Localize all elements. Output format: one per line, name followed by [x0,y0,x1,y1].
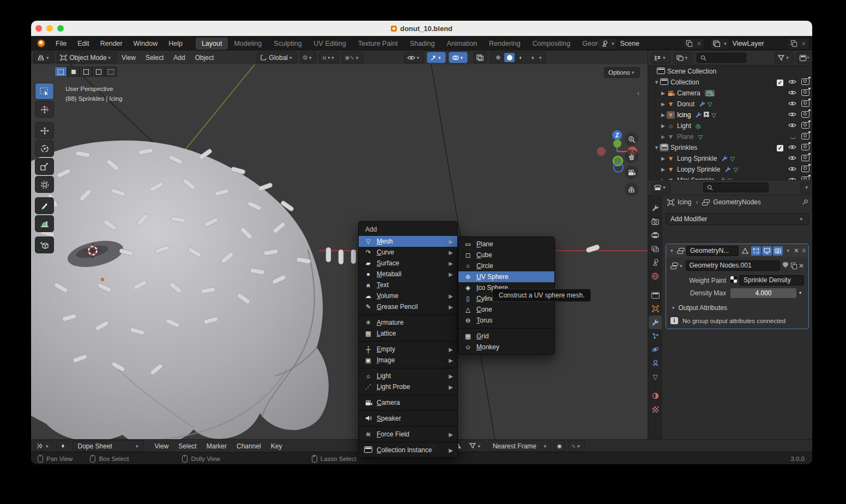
tab-sculpting[interactable]: Sculpting [268,38,307,50]
dope-mode-selector[interactable]: Dope Sheet ▾ [72,440,143,452]
overlays-toggle[interactable]: ▾ [449,52,468,63]
node-tree-name-field[interactable]: Geometry Nodes.001 [686,260,780,271]
add-menu-item-volume[interactable]: ☁Volume▶ [359,290,457,301]
select-mode-intersect-button[interactable] [105,66,117,77]
add-menu-item-empty[interactable]: ┼Empty▶ [359,344,457,355]
properties-tab-tool[interactable] [649,201,662,215]
collapse-panel-icon[interactable]: ▾ [669,248,675,253]
mode-selector[interactable]: Object Mode ▾ [57,52,117,63]
breadcrumb-modifier[interactable]: GeometryNodes [713,198,760,206]
outliner-row-icing[interactable]: ▶ ▼ Icing ▽ [648,110,812,120]
tool-scale-button[interactable] [35,158,54,175]
disable-render-icon[interactable] [801,133,809,141]
add-menu-item-surface[interactable]: ▰Surface▶ [359,258,457,269]
remove-view-layer-icon[interactable]: ✕ [799,40,809,47]
modifier-icon[interactable] [699,101,705,107]
proportional-edit-keyframes-toggle[interactable]: ◉ [554,440,565,452]
outliner-search-input[interactable] [697,53,746,63]
add-menu-item-camera[interactable]: Camera [359,397,457,408]
expand-arrow-icon[interactable]: ▶ [660,134,666,139]
menu-window[interactable]: Window [128,40,163,47]
expand-arrow-icon[interactable]: ▶ [660,123,666,129]
menu-help[interactable]: Help [163,40,188,47]
outliner-filter-button[interactable]: ▾ [775,52,794,64]
properties-tab-constraints[interactable] [649,356,662,370]
tab-uv-editing[interactable]: UV Editing [308,38,352,50]
drag-handle-icon[interactable]: ≡ [802,247,806,254]
shading-dropdown-icon[interactable]: ▾ [537,55,543,60]
tab-layout[interactable]: Layout [196,38,228,50]
tab-modeling[interactable]: Modeling [228,38,268,50]
mesh-data-icon[interactable]: ▽ [730,155,734,162]
show-in-viewport-toggle[interactable] [762,246,772,256]
select-mode-extend-button[interactable] [67,66,80,77]
dope-menu-view[interactable]: View [150,442,174,450]
collapse-arrow-icon[interactable]: ▼ [654,80,660,85]
falloff-curve-dropdown[interactable]: ∿▾ [568,440,585,452]
expand-arrow-icon[interactable]: ▶ [660,90,666,96]
tool-move-button[interactable] [35,122,54,139]
shading-solid-button[interactable] [504,53,515,62]
properties-tab-modifiers[interactable] [649,315,662,329]
properties-tab-output[interactable] [649,228,662,242]
outliner-row-donut[interactable]: ▶ ▼ Donut ▽ [648,99,812,110]
gizmos-toggle[interactable]: ▾ [427,52,446,63]
menu-file[interactable]: File [50,40,72,47]
light-data-icon[interactable]: ◎ [696,123,701,130]
add-menu-item-image[interactable]: ▣Image▶ [359,355,457,366]
disable-render-icon[interactable] [801,89,809,98]
fake-user-shield-icon[interactable] [783,262,788,270]
hide-eye-icon[interactable] [788,155,796,162]
show-in-render-toggle[interactable] [773,246,783,256]
disable-render-icon[interactable] [801,78,809,87]
object-visibility-dropdown[interactable]: ▾ [404,52,425,63]
show-in-edit-mode-toggle[interactable] [751,246,761,256]
properties-editor-type-button[interactable]: ▾ [651,182,670,193]
remove-modifier-icon[interactable]: ✕ [794,247,799,254]
menu-edit[interactable]: Edit [72,40,95,47]
mesh-menu-item-monkey[interactable]: ☺Monkey [458,342,554,353]
tool-add-cube-button[interactable] [35,236,54,253]
properties-tab-object-data[interactable]: ▽ [649,370,662,384]
add-modifier-dropdown[interactable]: Add Modifier ▾ [666,213,809,225]
unlink-node-tree-icon[interactable]: ✕ [799,262,804,270]
hide-eye-icon[interactable] [788,144,796,151]
duplicate-node-tree-icon[interactable] [791,262,796,270]
add-menu-item-armature[interactable]: ✳Armature [359,317,457,328]
add-menu-item-metaball[interactable]: ●Metaball▶ [359,269,457,280]
options-dropdown[interactable]: Options▾ [604,67,640,78]
disable-render-icon[interactable] [801,122,809,130]
disable-render-icon[interactable] [801,111,809,119]
tool-rotate-button[interactable] [35,140,54,157]
camera-data-icon[interactable] [705,90,715,96]
add-menu-item-lattice[interactable]: ▦Lattice [359,328,457,339]
hide-eye-closed-icon[interactable] [790,133,796,141]
scene-selector[interactable]: ▾ Scene ✕ [598,38,705,50]
zoom-view-button[interactable] [625,132,638,146]
breadcrumb-object[interactable]: Icing [678,198,691,206]
add-menu-item-text[interactable]: aText [359,280,457,290]
hide-eye-icon[interactable] [788,111,796,119]
shading-rendered-button[interactable]: ◑ [527,53,537,62]
unlink-scene-icon[interactable]: ✕ [694,40,704,47]
snapping-toggle[interactable]: ∪▪▾ [319,52,339,63]
outliner-row-sprinkles[interactable]: ▼ Sprinkles ✓ [648,142,812,153]
mesh-data-icon[interactable]: ▽ [711,112,716,119]
disable-render-icon[interactable] [801,166,809,174]
modifier-icon[interactable] [724,166,731,173]
view-layer-selector[interactable]: ▾ ViewLayer ✕ [710,38,809,50]
gizmo-axis-y[interactable] [613,139,621,148]
add-menu-item-light-probe[interactable]: ⋰Light Probe▶ [359,381,457,392]
dope-editor-type-button[interactable]: ▾ [34,440,53,452]
mesh-menu-item-circle[interactable]: ○Circle [458,260,554,271]
properties-tab-texture[interactable] [649,403,662,416]
new-collection-button[interactable]: + [796,52,812,64]
properties-search-input[interactable] [703,183,769,192]
scene-name[interactable]: Scene [616,38,684,49]
outliner-display-mode-button[interactable]: ▾ [673,52,693,64]
viewport-menu-view[interactable]: View [117,54,141,62]
outliner-row-light[interactable]: ▶ ☼ Light ◎ [648,120,812,131]
tab-texture-paint[interactable]: Texture Paint [352,38,404,50]
exclude-checkbox[interactable]: ✓ [777,78,783,86]
pan-view-button[interactable] [625,149,638,163]
